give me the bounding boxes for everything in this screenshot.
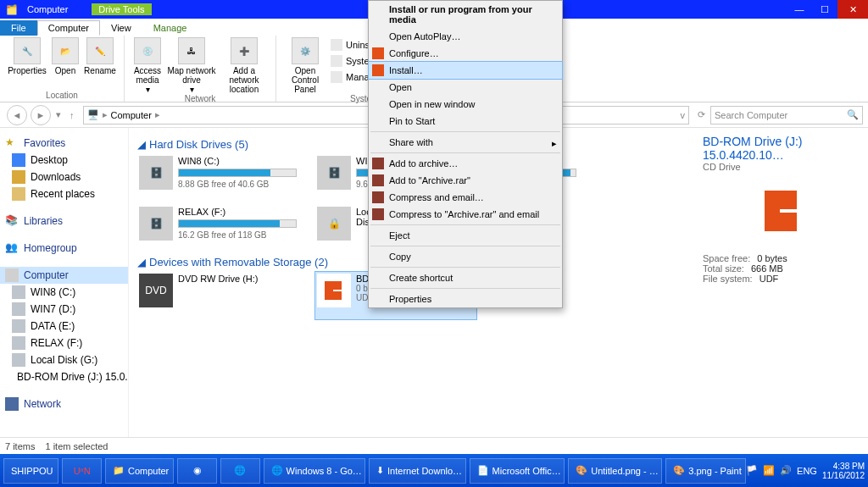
task-paint2[interactable]: 🎨 3.png - Paint xyxy=(665,458,746,484)
detail-title: BD-ROM Drive (J:) 15.0.4420.10… xyxy=(703,135,860,162)
ctx-share-with[interactable]: Share with▸ xyxy=(369,134,562,151)
clock[interactable]: 4:38 PM11/16/2012 xyxy=(822,462,865,480)
group-network: Network xyxy=(130,94,270,105)
refresh-button[interactable]: ⟳ xyxy=(693,109,710,120)
preview-pane: BD-ROM Drive (J:) 15.0.4420.10… CD Drive… xyxy=(694,128,868,454)
ctx-open-autoplay[interactable]: Open AutoPlay… xyxy=(369,28,562,45)
nav-drive-e[interactable]: DATA (E:) xyxy=(0,318,128,335)
tray-sound-icon[interactable]: 🔊 xyxy=(780,465,792,476)
control-panel-button[interactable]: ⚙️Open Control Panel xyxy=(281,37,329,94)
nav-downloads[interactable]: Downloads xyxy=(0,169,128,185)
access-media-button[interactable]: 💿Access media▾ xyxy=(130,37,165,94)
nav-homegroup[interactable]: 👥Homegroup xyxy=(0,240,128,257)
nav-pane: ★Favorites Desktop Downloads Recent plac… xyxy=(0,128,129,454)
drive-f[interactable]: 🗄️RELAX (F:)16.2 GB free of 118 GB xyxy=(137,205,298,252)
window-title: Computer xyxy=(24,4,68,14)
detail-type: CD Drive xyxy=(703,162,860,172)
selection-count: 1 item selected xyxy=(45,441,108,451)
recent-dropdown[interactable]: ▾ xyxy=(53,109,64,120)
svg-rect-5 xyxy=(780,213,797,231)
dvd-drive-h[interactable]: DVDDVD RW Drive (H:) xyxy=(137,272,298,319)
nav-drive-g[interactable]: Local Disk (G:) xyxy=(0,351,128,368)
ctx-compress-to[interactable]: Compress to "Archive.rar" and email xyxy=(369,206,562,223)
nav-libraries[interactable]: 📚Libraries xyxy=(0,213,128,230)
map-drive-button[interactable]: 🖧Map network drive▾ xyxy=(165,37,218,94)
taskbar: SHIPPOU UⁿN 📁 Computer ◉ 🌐 🌐 Windows 8 -… xyxy=(0,454,868,487)
unikey-icon[interactable]: UⁿN xyxy=(62,458,102,484)
open-button[interactable]: 📂Open xyxy=(49,37,81,75)
svg-rect-2 xyxy=(333,291,342,300)
ctx-add-archive-rar[interactable]: Add to "Archive.rar" xyxy=(369,172,562,189)
path-segment[interactable]: Computer xyxy=(111,110,152,120)
properties-button[interactable]: 🔧Properties xyxy=(5,37,49,75)
task-explorer[interactable]: 📁 Computer xyxy=(105,458,174,484)
drive-c[interactable]: 🗄️WIN8 (C:)8.88 GB free of 40.6 GB xyxy=(137,154,298,202)
item-count: 7 items xyxy=(5,441,35,451)
folder-icon: 🗂️ xyxy=(0,4,24,15)
tab-manage[interactable]: Manage xyxy=(142,20,198,36)
svg-rect-4 xyxy=(780,191,797,209)
forward-button[interactable]: ► xyxy=(31,105,51,125)
nav-favorites[interactable]: ★Favorites xyxy=(0,135,128,152)
office-icon xyxy=(748,180,815,241)
computer-icon: 🖥️ xyxy=(87,109,99,120)
ctx-eject[interactable]: Eject xyxy=(369,227,562,244)
language-indicator[interactable]: ENG xyxy=(797,466,817,476)
task-paint1[interactable]: 🎨 Untitled.png - … xyxy=(568,458,662,484)
ctx-open[interactable]: Open xyxy=(369,79,562,96)
tab-view[interactable]: View xyxy=(100,20,142,36)
svg-rect-0 xyxy=(325,281,333,300)
svg-rect-1 xyxy=(333,281,342,290)
rename-button[interactable]: ✏️Rename xyxy=(81,37,119,75)
task-chrome-window[interactable]: 🌐 Windows 8 - Go… xyxy=(264,458,365,484)
svg-rect-3 xyxy=(765,191,780,231)
ctx-header: Install or run program from your media xyxy=(369,1,562,28)
nav-drive-f[interactable]: RELAX (F:) xyxy=(0,335,128,351)
tray-network-icon[interactable]: 📶 xyxy=(763,465,775,476)
back-button[interactable]: ◄ xyxy=(7,105,27,125)
ctx-configure[interactable]: Configure… xyxy=(369,45,562,62)
tab-file[interactable]: File xyxy=(0,20,37,36)
task-idm[interactable]: ⬇ Internet Downlo… xyxy=(369,458,466,484)
drive-tools-tag: Drive Tools xyxy=(92,3,151,15)
nav-drive-c[interactable]: WIN8 (C:) xyxy=(0,284,128,301)
ctx-pin[interactable]: Pin to Start xyxy=(369,113,562,130)
nav-desktop[interactable]: Desktop xyxy=(0,152,128,169)
nav-computer[interactable]: Computer xyxy=(0,267,128,284)
nav-recent[interactable]: Recent places xyxy=(0,185,128,202)
up-button[interactable]: ↑ xyxy=(64,110,80,120)
task-office[interactable]: 📄 Microsoft Offic… xyxy=(470,458,565,484)
search-placeholder: Search Computer xyxy=(715,110,787,120)
add-network-button[interactable]: ➕Add a network location xyxy=(218,37,270,94)
close-button[interactable]: ✕ xyxy=(837,0,868,19)
search-box[interactable]: Search Computer 🔍 xyxy=(710,106,863,125)
addr-dropdown-icon[interactable]: v xyxy=(681,110,686,120)
ctx-open-new-window[interactable]: Open in new window xyxy=(369,96,562,113)
status-bar: 7 items 1 item selected xyxy=(0,437,868,454)
search-icon: 🔍 xyxy=(847,109,859,120)
nav-network[interactable]: Network xyxy=(0,396,128,412)
maximize-button[interactable]: ☐ xyxy=(812,0,837,19)
user-button[interactable]: SHIPPOU xyxy=(3,458,58,484)
tab-computer[interactable]: Computer xyxy=(37,20,100,36)
context-menu: Install or run program from your media O… xyxy=(368,0,563,308)
ctx-copy[interactable]: Copy xyxy=(369,248,562,265)
task-chrome[interactable]: 🌐 xyxy=(220,458,260,484)
ctx-shortcut[interactable]: Create shortcut xyxy=(369,269,562,286)
ctx-compress-email[interactable]: Compress and email… xyxy=(369,189,562,206)
ctx-add-archive[interactable]: Add to archive… xyxy=(369,155,562,172)
tray-flag-icon[interactable]: 🏳️ xyxy=(746,465,758,476)
nav-drive-d[interactable]: WIN7 (D:) xyxy=(0,301,128,318)
task-eclipse[interactable]: ◉ xyxy=(177,458,217,484)
ctx-properties[interactable]: Properties xyxy=(369,291,562,307)
group-location: Location xyxy=(5,91,119,102)
minimize-button[interactable]: — xyxy=(787,0,812,19)
ctx-install[interactable]: Install… xyxy=(369,62,562,79)
nav-drive-j[interactable]: BD-ROM Drive (J:) 15.0.4420 xyxy=(0,368,128,385)
